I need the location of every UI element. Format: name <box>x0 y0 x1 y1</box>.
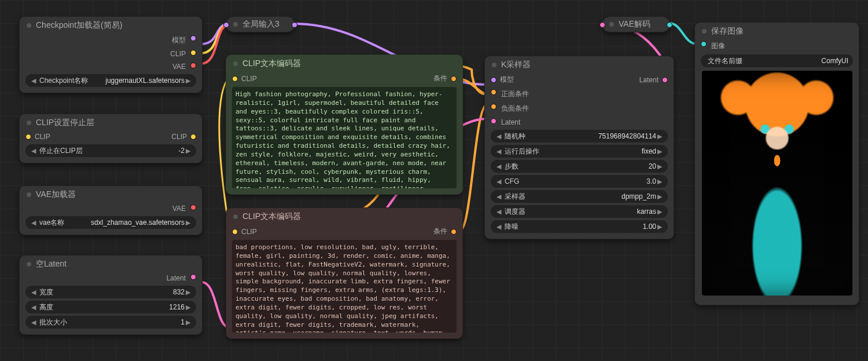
output-vae[interactable]: VAE <box>25 61 196 72</box>
port-model[interactable] <box>190 35 196 41</box>
positive-prompt-textarea[interactable] <box>232 87 457 188</box>
port-pos[interactable] <box>491 89 496 95</box>
port-neg[interactable] <box>491 104 496 110</box>
empty-latent-node[interactable]: 空Latent Latent ◀ 宽度 832 ▶ ◀ 高度 1216 ▶ ◀ … <box>19 255 203 335</box>
output-vae[interactable]: VAE <box>25 203 196 214</box>
port-vae[interactable] <box>190 205 196 210</box>
input-model[interactable]: 模型 <box>491 75 514 85</box>
node-title[interactable]: Checkpoint加载器(简易) <box>20 17 202 34</box>
checkpoint-name-widget[interactable]: ◀ Checkpoint名称 juggernautXL.safetensors … <box>25 74 196 87</box>
port-latent[interactable] <box>190 274 196 280</box>
chevron-left-icon[interactable]: ◀ <box>30 77 37 85</box>
chevron-right-icon[interactable]: ▶ <box>185 289 192 296</box>
collapse-icon[interactable] <box>27 121 31 125</box>
input-latent[interactable]: Latent <box>491 117 668 127</box>
vae-loader-node[interactable]: VAE加载器 VAE ◀ vae名称 sdxl_zhamao_vae.safet… <box>19 185 203 235</box>
ksampler-node[interactable]: K采样器 模型 Latent 正面条件 负面条件 Latent ◀随机种7519… <box>484 56 674 239</box>
node-title[interactable]: 保存图像 <box>695 23 859 40</box>
port-vae[interactable] <box>190 63 196 68</box>
input-negative[interactable]: 负面条件 <box>491 103 668 115</box>
port-latent-in[interactable] <box>491 118 496 124</box>
seed-widget[interactable]: ◀随机种751968942804114▶ <box>491 130 668 143</box>
port-clip[interactable] <box>190 50 196 56</box>
chevron-right-icon[interactable]: ▶ <box>185 319 192 326</box>
port-cond[interactable] <box>451 229 457 235</box>
clip-text-encode-positive-node[interactable]: CLIP文本编码器 CLIP 条件 <box>226 54 463 195</box>
chevron-left-icon[interactable]: ◀ <box>30 219 37 227</box>
collapse-icon[interactable] <box>233 214 238 219</box>
io-row: CLIP 条件 <box>232 72 457 85</box>
collapse-icon[interactable] <box>609 22 614 27</box>
filename-prefix-widget[interactable]: 文件名前缀 ComfyUI <box>701 54 853 67</box>
collapse-icon[interactable] <box>27 23 31 28</box>
collapse-icon[interactable] <box>27 192 31 197</box>
title-label: CLIP文本编码器 <box>242 59 301 69</box>
vae-decode-node[interactable]: VAE解码 <box>602 16 670 32</box>
collapse-icon[interactable] <box>27 262 31 267</box>
port-in[interactable] <box>223 22 229 28</box>
collapse-icon[interactable] <box>702 29 707 34</box>
output-latent[interactable]: Latent <box>25 273 196 283</box>
width-widget[interactable]: ◀ 宽度 832 ▶ <box>25 286 196 298</box>
input-clip[interactable]: CLIP <box>232 74 257 83</box>
batch-widget[interactable]: ◀ 批次大小 1 ▶ <box>25 316 196 329</box>
collapse-icon[interactable] <box>233 61 238 66</box>
port-clip[interactable] <box>232 229 238 235</box>
stop-layer-widget[interactable]: ◀ 停止在CLIP层 -2 ▶ <box>25 144 196 157</box>
clip-set-last-layer-node[interactable]: CLIP设置停止层 CLIP CLIP ◀ 停止在CLIP层 -2 ▶ <box>19 114 203 163</box>
output-clip[interactable]: CLIP <box>25 49 196 59</box>
chevron-right-icon[interactable]: ▶ <box>185 219 192 227</box>
chevron-left-icon[interactable]: ◀ <box>30 319 37 326</box>
output-conditioning[interactable]: 条件 <box>433 227 457 236</box>
node-title[interactable]: CLIP文本编码器 <box>226 208 462 225</box>
node-title[interactable]: CLIP设置停止层 <box>20 114 202 132</box>
node-title[interactable]: VAE解码 <box>602 17 670 32</box>
denoise-widget[interactable]: ◀降噪1.00▶ <box>491 220 668 233</box>
output-model[interactable]: 模型 <box>25 34 196 46</box>
port-image-out[interactable] <box>667 22 672 28</box>
node-title[interactable]: VAE加载器 <box>20 186 202 203</box>
vae-name-widget[interactable]: ◀ vae名称 sdxl_zhamao_vae.safetensors ▶ <box>25 216 196 229</box>
port-clip-out[interactable] <box>190 134 196 140</box>
collapse-icon[interactable] <box>492 63 496 67</box>
chevron-left-icon[interactable]: ◀ <box>30 289 37 296</box>
node-title[interactable]: 全局输入3 <box>226 17 295 32</box>
height-widget[interactable]: ◀ 高度 1216 ▶ <box>25 301 196 313</box>
port-latent-in[interactable] <box>599 22 605 28</box>
output-image-preview[interactable] <box>702 71 852 296</box>
negative-prompt-textarea[interactable] <box>232 240 457 333</box>
node-title[interactable]: 空Latent <box>20 256 202 273</box>
after-gen-widget[interactable]: ◀运行后操作fixed▶ <box>491 145 668 158</box>
global-input-node[interactable]: 全局输入3 <box>226 16 295 32</box>
port-latent-out[interactable] <box>662 77 668 83</box>
clip-text-encode-negative-node[interactable]: CLIP文本编码器 CLIP 条件 <box>226 207 463 339</box>
port-images[interactable] <box>701 41 707 47</box>
chevron-left-icon[interactable]: ◀ <box>30 147 37 155</box>
save-image-node[interactable]: 保存图像 图像 文件名前缀 ComfyUI <box>694 22 859 305</box>
node-title[interactable]: K采样器 <box>485 56 674 74</box>
output-conditioning[interactable]: 条件 <box>433 74 457 83</box>
steps-widget[interactable]: ◀步数20▶ <box>491 160 668 173</box>
scheduler-widget[interactable]: ◀调度器karras▶ <box>491 205 668 218</box>
output-clip[interactable]: CLIP <box>171 133 196 141</box>
node-title[interactable]: CLIP文本编码器 <box>226 55 462 72</box>
cfg-widget[interactable]: ◀CFG3.0▶ <box>491 175 668 188</box>
input-clip[interactable]: CLIP <box>232 227 257 236</box>
output-latent[interactable]: Latent <box>639 75 668 85</box>
port-out[interactable] <box>292 22 297 28</box>
port-clip[interactable] <box>232 76 238 82</box>
chevron-right-icon[interactable]: ▶ <box>185 304 192 311</box>
port-cond[interactable] <box>451 76 457 82</box>
chevron-right-icon[interactable]: ▶ <box>185 147 192 155</box>
sampler-widget[interactable]: ◀采样器dpmpp_2m▶ <box>491 190 668 203</box>
collapse-icon[interactable] <box>233 22 238 27</box>
input-clip[interactable]: CLIP <box>25 133 50 141</box>
chevron-left-icon[interactable]: ◀ <box>30 304 37 311</box>
port-clip-in[interactable] <box>25 134 31 140</box>
input-positive[interactable]: 正面条件 <box>491 88 668 100</box>
checkpoint-loader-node[interactable]: Checkpoint加载器(简易) 模型 CLIP VAE ◀ Checkpoi… <box>19 16 203 93</box>
input-images[interactable]: 图像 <box>701 40 853 52</box>
port-model[interactable] <box>491 77 496 83</box>
title-label: CLIP设置停止层 <box>36 118 94 128</box>
chevron-right-icon[interactable]: ▶ <box>185 77 192 85</box>
